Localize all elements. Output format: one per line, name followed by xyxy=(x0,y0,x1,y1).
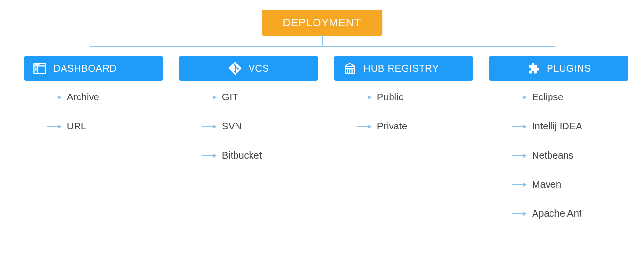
child-label: GIT xyxy=(216,92,238,103)
child-item: GIT xyxy=(179,82,262,112)
child-label: Public xyxy=(371,92,403,103)
category-vcs: VCS xyxy=(179,56,318,81)
child-label: Archive xyxy=(61,92,99,103)
category-plugins: PLUGINS xyxy=(489,56,628,81)
git-icon xyxy=(228,62,242,75)
category-hub: HUB REGISTRY xyxy=(334,56,473,81)
connector xyxy=(400,46,400,56)
category-label: DASHBOARD xyxy=(53,63,117,74)
child-item: Intellij IDEA xyxy=(489,112,582,141)
child-item: Eclipse xyxy=(489,82,582,112)
child-label: Bitbucket xyxy=(216,150,262,161)
children-plugins: Eclipse Intellij IDEA Netbeans Maven Apa… xyxy=(489,82,582,228)
child-label: SVN xyxy=(216,121,242,132)
child-label: Maven xyxy=(526,179,561,190)
puzzle-icon xyxy=(526,62,540,75)
child-item: URL xyxy=(24,112,99,141)
child-label: Netbeans xyxy=(526,150,574,161)
root-node: DEPLOYMENT xyxy=(262,10,383,36)
category-label: PLUGINS xyxy=(547,63,591,74)
child-label: Eclipse xyxy=(526,92,563,103)
child-item: Maven xyxy=(489,170,582,199)
category-label: HUB REGISTRY xyxy=(363,63,439,74)
child-item: Archive xyxy=(24,82,99,112)
children-hub: Public Private xyxy=(334,82,407,141)
root-label: DEPLOYMENT xyxy=(283,16,361,29)
child-item: Apache Ant xyxy=(489,199,582,228)
child-label: Intellij IDEA xyxy=(526,121,582,132)
connector xyxy=(90,46,555,47)
registry-icon xyxy=(343,62,357,75)
connector xyxy=(90,46,90,56)
svg-point-4 xyxy=(37,64,37,65)
children-vcs: GIT SVN Bitbucket xyxy=(179,82,262,170)
child-item: Bitbucket xyxy=(179,141,262,170)
category-label: VCS xyxy=(249,63,269,74)
child-label: Private xyxy=(371,121,407,132)
child-item: SVN xyxy=(179,112,262,141)
child-item: Public xyxy=(334,82,407,112)
browser-icon xyxy=(33,62,47,75)
child-label: URL xyxy=(61,121,86,132)
svg-point-3 xyxy=(35,64,36,65)
svg-point-5 xyxy=(38,64,39,65)
child-label: Apache Ant xyxy=(526,208,581,219)
connector xyxy=(555,46,555,56)
child-item: Private xyxy=(334,112,407,141)
connector xyxy=(245,46,245,56)
children-dashboard: Archive URL xyxy=(24,82,99,141)
connector xyxy=(322,35,323,46)
category-dashboard: DASHBOARD xyxy=(24,56,163,81)
child-item: Netbeans xyxy=(489,141,582,170)
